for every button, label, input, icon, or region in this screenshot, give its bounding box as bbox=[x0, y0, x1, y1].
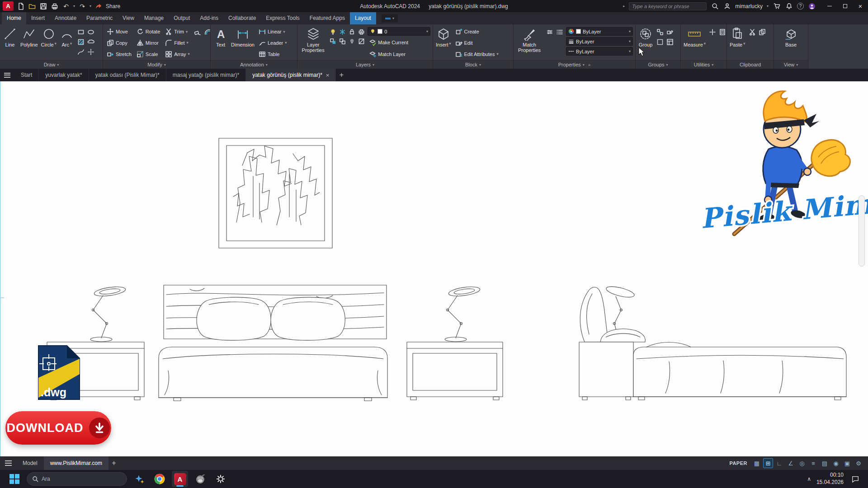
transparency-icon[interactable]: ▤ bbox=[820, 458, 830, 468]
avatar-icon[interactable] bbox=[808, 2, 816, 10]
group-button[interactable]: Group bbox=[638, 26, 653, 60]
close-tab-icon[interactable]: × bbox=[326, 72, 330, 79]
linear-button[interactable]: Linear▾ bbox=[257, 27, 288, 37]
tab-layout[interactable]: Layout bbox=[350, 12, 376, 24]
arc-button[interactable]: Arc▾ bbox=[59, 26, 75, 60]
file-tabs-menu-icon[interactable] bbox=[0, 69, 14, 81]
fillet-button[interactable]: Fillet▾ bbox=[164, 38, 191, 48]
snap-icon[interactable]: ⊞ bbox=[763, 458, 773, 468]
save-button[interactable] bbox=[39, 2, 47, 10]
annotation-scale-icon[interactable]: ▣ bbox=[842, 458, 852, 468]
rotate-button[interactable]: Rotate bbox=[135, 27, 161, 37]
hatch-icon[interactable] bbox=[77, 38, 85, 46]
tab-home[interactable]: Home bbox=[2, 12, 26, 24]
layer-lock-icon[interactable] bbox=[348, 28, 356, 36]
ribbon-display-toggle[interactable]: ▾ bbox=[382, 14, 398, 23]
paper-space-label[interactable]: PAPER bbox=[729, 460, 747, 466]
share-button[interactable]: Share bbox=[106, 3, 120, 9]
properties-palette-icon[interactable] bbox=[545, 28, 554, 36]
match-layer-button[interactable]: Match Layer bbox=[368, 49, 430, 59]
leader-button[interactable]: Leader▾ bbox=[257, 38, 288, 48]
wall-art-drawing[interactable] bbox=[219, 138, 332, 248]
start-button[interactable] bbox=[6, 471, 23, 487]
scale-button[interactable]: Scale bbox=[135, 49, 161, 59]
copy-clip-icon[interactable] bbox=[758, 28, 766, 36]
account-dropdown-icon[interactable]: ▾ bbox=[767, 4, 769, 8]
taskbar-search[interactable] bbox=[27, 472, 127, 486]
right-nightstand-drawing[interactable] bbox=[407, 285, 503, 400]
panel-groups-label[interactable]: Groups▾ bbox=[636, 60, 680, 69]
autocad-taskbar-icon[interactable]: A bbox=[172, 471, 188, 487]
selection-cycling-icon[interactable]: ◉ bbox=[831, 458, 841, 468]
help-icon[interactable]: ? bbox=[797, 3, 804, 9]
panel-modify-label[interactable]: Modify▾ bbox=[103, 60, 210, 69]
erase-icon[interactable] bbox=[193, 28, 202, 36]
undo-dropdown-icon[interactable]: ▾ bbox=[73, 4, 75, 8]
group-manager-icon[interactable] bbox=[665, 38, 674, 46]
file-tab-yatak-gorunus[interactable]: yatak görünüş (pislik mimar)*× bbox=[246, 69, 336, 81]
settings-icon[interactable] bbox=[212, 471, 229, 487]
measure-button[interactable]: Measure▾ bbox=[683, 26, 706, 60]
search-expand-icon[interactable]: ▸ bbox=[623, 4, 625, 8]
notification-center-icon[interactable] bbox=[849, 473, 862, 485]
layer-off-icon[interactable] bbox=[348, 37, 356, 46]
lineweight-dropdown[interactable]: ByLayer ▾ bbox=[566, 37, 633, 46]
base-button[interactable]: Base bbox=[783, 26, 799, 60]
chrome-icon[interactable] bbox=[151, 471, 168, 487]
ortho-icon[interactable]: ∟ bbox=[774, 458, 784, 468]
tab-featured-apps[interactable]: Featured Apps bbox=[305, 12, 350, 24]
linetype-dropdown[interactable]: ByLayer ▾ bbox=[566, 47, 633, 56]
layer-dropdown[interactable]: 0 ▾ bbox=[368, 27, 430, 36]
list-icon[interactable] bbox=[555, 28, 564, 36]
ungroup-icon[interactable] bbox=[656, 28, 664, 36]
group-selection-icon[interactable] bbox=[656, 38, 664, 46]
bed-side-view-drawing[interactable] bbox=[579, 285, 846, 400]
taskbar-clock[interactable]: 00:10 15.04.2026 bbox=[816, 472, 844, 486]
revision-cloud-icon[interactable] bbox=[87, 38, 95, 46]
new-drawing-tab-button[interactable]: + bbox=[336, 69, 347, 81]
tab-parametric[interactable]: Parametric bbox=[81, 12, 118, 24]
add-layout-button[interactable]: + bbox=[108, 459, 119, 467]
taskbar-search-input[interactable] bbox=[42, 476, 122, 482]
download-button[interactable]: DOWNLOAD bbox=[5, 411, 111, 445]
edit-attributes-button[interactable]: 1Edit Attributes▾ bbox=[454, 49, 500, 59]
tab-view[interactable]: View bbox=[118, 12, 139, 24]
dimension-button[interactable]: Dimension bbox=[231, 26, 255, 60]
account-name[interactable]: mimarlucky bbox=[735, 3, 763, 9]
copilot-icon[interactable] bbox=[131, 471, 147, 487]
point-icon[interactable] bbox=[87, 47, 95, 56]
panel-draw-label[interactable]: Draw▾ bbox=[0, 60, 103, 69]
panel-annotation-label[interactable]: Annotation▾ bbox=[211, 60, 297, 69]
object-color-dropdown[interactable]: ByLayer ▾ bbox=[566, 27, 633, 36]
layer-fade-icon[interactable] bbox=[357, 37, 366, 46]
panel-expander-icon[interactable]: » bbox=[588, 62, 591, 67]
file-tab-start[interactable]: Start bbox=[14, 69, 39, 81]
autocad-app-button[interactable]: A bbox=[3, 1, 14, 11]
ellipse-icon[interactable] bbox=[87, 28, 95, 36]
lineweight-display-icon[interactable]: ≡ bbox=[808, 458, 818, 468]
customization-gear-icon[interactable]: ⚙ bbox=[854, 458, 863, 468]
open-file-button[interactable] bbox=[28, 2, 36, 10]
panel-view-label[interactable]: View▾ bbox=[774, 60, 808, 69]
polyline-button[interactable]: Polyline bbox=[20, 26, 38, 60]
keyword-search-input[interactable] bbox=[629, 2, 707, 10]
layer-plot-icon[interactable] bbox=[357, 28, 366, 36]
rectangle-icon[interactable] bbox=[77, 28, 85, 36]
layer-isolate-icon[interactable] bbox=[329, 37, 337, 46]
panel-block-label[interactable]: Block▾ bbox=[433, 60, 513, 69]
layout-tab-site[interactable]: www.PislikMimar.com bbox=[44, 456, 108, 470]
layer-freeze-icon[interactable] bbox=[338, 28, 347, 36]
copy-button[interactable]: Copy bbox=[105, 38, 133, 48]
circle-button[interactable]: Circle▾ bbox=[41, 26, 57, 60]
cart-icon[interactable] bbox=[773, 2, 781, 10]
spline-icon[interactable] bbox=[77, 47, 85, 56]
layer-on-icon[interactable] bbox=[329, 28, 337, 36]
redo-dropdown-icon[interactable]: ▾ bbox=[90, 4, 91, 8]
cut-icon[interactable] bbox=[748, 28, 756, 36]
canvas-scrollbar[interactable] bbox=[859, 195, 865, 267]
match-properties-button[interactable]: Match Properties bbox=[516, 26, 543, 60]
search-icon[interactable] bbox=[711, 2, 719, 10]
close-button[interactable]: × bbox=[853, 0, 868, 12]
file-tab-masaj-yatagi[interactable]: masaj yatağı (pislik mimar)* bbox=[166, 69, 246, 81]
text-button[interactable]: A Text bbox=[213, 26, 228, 60]
